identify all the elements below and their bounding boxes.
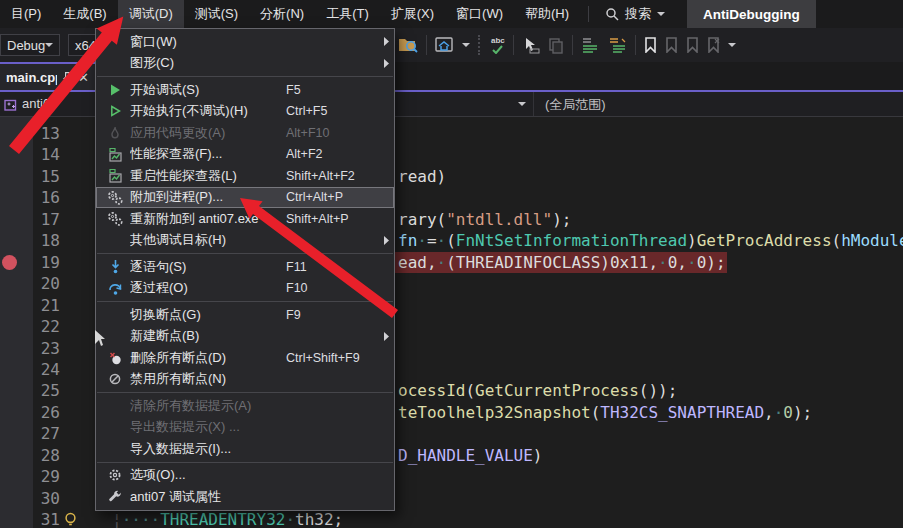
menu-item-attach-to-process[interactable]: 附加到进程(P)...Ctrl+Alt+P	[96, 187, 394, 209]
menu-item-export-datatips: 导出数据提示(X) ...	[96, 417, 394, 439]
delete-bp-icon	[100, 351, 130, 365]
menu-item-options[interactable]: 选项(O)...	[96, 465, 394, 487]
line-number: 23	[0, 338, 60, 359]
menu-item-shortcut: F10	[286, 281, 378, 295]
increase-indent-icon[interactable]	[608, 37, 627, 53]
code-text: D_HANDLE_VALUE)	[398, 445, 543, 466]
menu-item-label: 窗口(W)	[130, 33, 286, 51]
chevron-down-icon	[657, 12, 665, 16]
solution-name-badge: AntiDebugging	[687, 0, 816, 28]
menu-item-delete-all-breakpoints[interactable]: 删除所有断点(D)Ctrl+Shift+F9	[96, 347, 394, 369]
decrease-indent-icon[interactable]	[581, 37, 600, 53]
menu-item-shortcut: F5	[286, 83, 378, 97]
menubar-item-window[interactable]: 窗口(W)	[445, 0, 514, 28]
navigate-home-icon[interactable]	[435, 37, 454, 54]
menubar-item-test[interactable]: 测试(S)	[184, 0, 249, 28]
menu-item-shortcut: Ctrl+Shift+F9	[286, 351, 378, 365]
editor-toolbar-icons: abc	[398, 28, 736, 62]
menu-item-other-debug-targets[interactable]: 其他调试目标(H)	[96, 230, 394, 252]
code-text: teToolhelp32Snapshot(TH32CS_SNAPTHREAD,·…	[398, 402, 812, 423]
menu-item-label: anti07 调试属性	[130, 488, 286, 506]
step-into-icon	[100, 259, 130, 274]
close-icon[interactable]: ✕	[78, 71, 89, 84]
menu-item-label: 重新附加到 anti07.exe	[130, 210, 286, 228]
menu-item-label: 逐过程(O)	[130, 279, 286, 297]
clear-bookmarks-icon[interactable]	[707, 37, 720, 53]
menu-item-new-breakpoint[interactable]: 新建断点(B)	[96, 326, 394, 348]
spell-check-icon[interactable]: abc	[491, 37, 505, 54]
chevron-down-icon[interactable]	[728, 43, 736, 47]
menu-item-label: 图形(C)	[130, 54, 286, 72]
menubar-item-tools[interactable]: 工具(T)	[315, 0, 380, 28]
code-text: fn·=·(FnNtSetInformationThread)GetProcAd…	[398, 230, 903, 251]
menubar-item-extensions[interactable]: 扩展(X)	[380, 0, 445, 28]
menu-item-windows[interactable]: 窗口(W)	[96, 31, 394, 53]
chevron-down-icon[interactable]	[518, 102, 526, 106]
menu-item-anti07-debug-properties[interactable]: anti07 调试属性	[96, 486, 394, 508]
menu-item-label: 切换断点(G)	[130, 306, 286, 324]
code-text: read)	[398, 166, 446, 187]
submenu-arrow-icon	[378, 236, 390, 245]
code-line-31: 31¦····THREADENTRY32·th32;	[0, 509, 903, 528]
menu-item-label: 开始执行(不调试)(H)	[130, 102, 286, 120]
menu-item-toggle-breakpoint[interactable]: 切换断点(G)F9	[96, 304, 394, 326]
gear-icon	[100, 468, 130, 482]
menu-item-start-debugging[interactable]: 开始调试(S)F5	[96, 79, 394, 101]
menu-item-label: 重启性能探查器(L)	[130, 167, 286, 185]
menu-item-start-without-debugging[interactable]: 开始执行(不调试)(H)Ctrl+F5	[96, 101, 394, 123]
menu-item-disable-all-breakpoints[interactable]: 禁用所有断点(N)	[96, 369, 394, 391]
menubar-item-analyze[interactable]: 分析(N)	[249, 0, 315, 28]
chevron-down-icon[interactable]	[462, 43, 470, 47]
menu-item-apply-code-changes: 应用代码更改(A)Alt+F10	[96, 122, 394, 144]
tab-main-cpp[interactable]: main.cpp ✕	[0, 62, 95, 90]
menu-separator	[97, 301, 393, 302]
line-number: 31	[0, 509, 60, 528]
project-dropdown[interactable]: anti07	[22, 96, 57, 111]
pin-icon[interactable]	[62, 71, 73, 84]
submenu-arrow-icon	[378, 37, 390, 46]
menu-item-import-datatips[interactable]: 导入数据提示(I)...	[96, 438, 394, 460]
copy-icon[interactable]	[548, 37, 564, 54]
search-icon	[605, 7, 619, 21]
line-number: 28	[0, 445, 60, 466]
search-control[interactable]: 搜索	[597, 0, 673, 28]
toggle-bookmark-icon[interactable]	[644, 37, 657, 53]
hot-reload-icon	[100, 126, 130, 140]
menu-item-relaunch-performance-profiler[interactable]: 重启性能探查器(L)Shift+Alt+F2	[96, 165, 394, 187]
line-number: 21	[0, 295, 60, 316]
line-number: 29	[0, 466, 60, 487]
menu-item-step-into[interactable]: 逐语句(S)F11	[96, 256, 394, 278]
lightbulb-icon[interactable]	[64, 511, 77, 528]
menubar-item-build[interactable]: 生成(B)	[52, 0, 117, 28]
menu-item-label: 其他调试目标(H)	[130, 231, 286, 249]
toolbar-separator	[572, 35, 573, 55]
line-number: 14	[0, 144, 60, 165]
browse-definition-icon[interactable]	[398, 36, 418, 54]
menu-item-graphics[interactable]: 图形(C)	[96, 53, 394, 75]
configuration-dropdown[interactable]: Debug	[0, 34, 60, 56]
menu-item-label: 清除所有数据提示(A)	[130, 397, 286, 415]
toolbar-drag-handle[interactable]	[478, 35, 483, 55]
menu-item-shortcut: Shift+Alt+F2	[286, 169, 378, 183]
step-over-icon	[100, 281, 130, 295]
breakpoint-dot[interactable]	[2, 255, 17, 270]
menu-item-reattach-to-anti07[interactable]: 重新附加到 anti07.exeShift+Alt+P	[96, 208, 394, 230]
menu-item-label: 选项(O)...	[130, 466, 286, 484]
line-number: 24	[0, 359, 60, 380]
menu-item-label: 附加到进程(P)...	[130, 188, 286, 206]
attach-icon	[100, 211, 130, 226]
menubar-item-debug[interactable]: 调试(D)	[118, 0, 184, 28]
next-bookmark-icon[interactable]	[686, 37, 699, 53]
cpp-project-icon	[4, 98, 17, 114]
menu-item-step-over[interactable]: 逐过程(O)F10	[96, 278, 394, 300]
menubar-item-project[interactable]: 目(P)	[0, 0, 52, 28]
submenu-arrow-icon	[378, 59, 390, 68]
profiler-icon	[100, 147, 130, 162]
previous-bookmark-icon[interactable]	[665, 37, 678, 53]
menubar-item-help[interactable]: 帮助(H)	[514, 0, 580, 28]
select-pointer-icon[interactable]	[522, 37, 540, 54]
scope-dropdown[interactable]: (全局范围)	[545, 96, 606, 114]
menu-item-label: 删除所有断点(D)	[130, 349, 286, 367]
code-text: rary("ntdll.dll");	[398, 209, 571, 230]
menu-item-performance-profiler[interactable]: 性能探查器(F)...Alt+F2	[96, 144, 394, 166]
